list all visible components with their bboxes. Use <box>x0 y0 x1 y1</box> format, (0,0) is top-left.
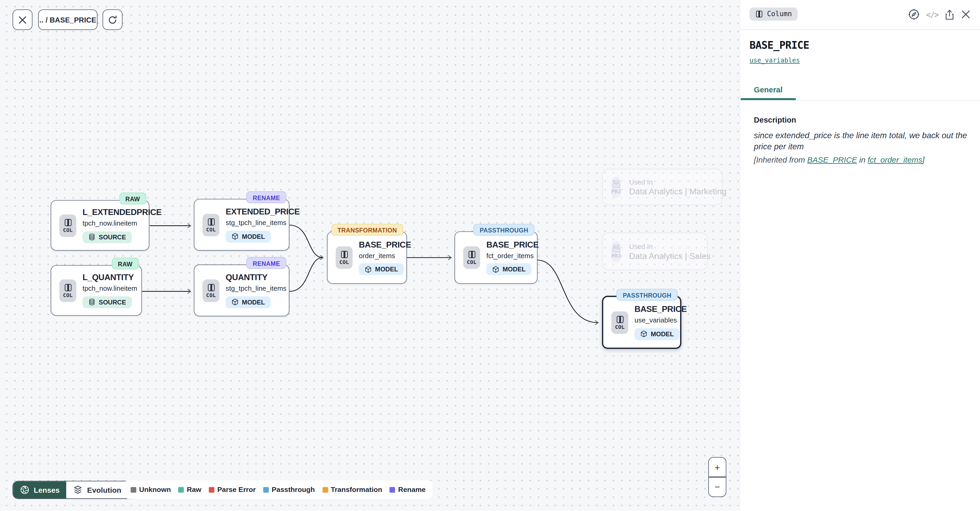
lens-badge: PASSTHROUGH <box>617 289 678 301</box>
node-title: L_EXTENDEDPRICE <box>83 208 162 217</box>
model-badge: MODEL <box>359 263 404 275</box>
project-icon <box>612 180 620 188</box>
node-subtitle: fct_order_items <box>486 252 534 259</box>
used-in-title: Data Analytics | Sales <box>629 251 711 260</box>
source-badge: SOURCE <box>83 296 132 308</box>
legend-swatch-rename <box>390 487 395 492</box>
app-window: .. / BASE_PRICE RAW COL L_EXTENDEDPRICE <box>0 0 980 511</box>
lens-badge: RAW <box>112 258 139 269</box>
column-icon <box>207 217 215 226</box>
legend-swatch-raw <box>178 487 184 492</box>
column-icon <box>755 10 764 18</box>
node-title: BASE_PRICE <box>635 305 687 314</box>
refresh-icon <box>108 14 118 25</box>
kind-badge: Column <box>749 7 797 21</box>
layers-icon <box>73 485 83 494</box>
used-in-title: Data Analytics | Marketing <box>629 187 726 196</box>
column-chip: COL <box>463 246 480 269</box>
lineage-canvas[interactable]: .. / BASE_PRICE RAW COL L_EXTENDEDPRICE <box>0 0 741 511</box>
database-icon <box>88 233 95 241</box>
node-subtitle: tpch_now.lineitem <box>83 285 137 292</box>
used-in-label: Used In <box>629 242 653 250</box>
detail-panel: Column </> BASE_PRICE use_variables Gene… <box>741 0 980 511</box>
legend-item: Parse Error <box>209 486 256 493</box>
database-icon <box>88 298 95 306</box>
column-chip: COL <box>59 279 76 302</box>
node-base-price-fct-order-items[interactable]: PASSTHROUGH COL BASE_PRICE fct_order_ite… <box>455 231 538 284</box>
panel-tabs: General <box>741 82 980 100</box>
panel-title: BASE_PRICE <box>749 40 809 51</box>
cube-icon <box>231 233 239 240</box>
close-lineage-button[interactable] <box>13 9 33 30</box>
breadcrumb-label: .. / BASE_PRICE <box>40 16 96 23</box>
node-title: EXTENDED_PRICE <box>226 207 300 216</box>
column-icon <box>616 315 624 324</box>
compass-icon[interactable] <box>908 8 920 21</box>
code-icon[interactable]: </> <box>926 10 938 19</box>
legend-swatch-passthrough <box>263 487 269 492</box>
zoom-in-button[interactable]: + <box>709 458 726 477</box>
model-badge: MODEL <box>226 296 270 308</box>
inherited-model-link[interactable]: fct_order_items <box>868 156 922 164</box>
node-subtitle: stg_tpch_line_items <box>226 285 286 292</box>
lenses-button[interactable]: Lenses <box>13 481 67 498</box>
column-chip: COL <box>336 246 353 269</box>
inherited-column-link[interactable]: BASE_PRICE <box>807 156 857 164</box>
legend-swatch-unknown <box>131 487 136 492</box>
lenses-button-label: Lenses <box>34 486 60 494</box>
node-subtitle: tpch_now.lineitem <box>83 220 137 227</box>
legend-swatch-parse-error <box>209 487 215 492</box>
legend-item: Raw <box>178 486 202 493</box>
legend-item: Transformation <box>323 486 382 493</box>
column-icon <box>467 250 476 259</box>
lens-badge: RENAME <box>247 257 286 269</box>
lenses-control-group: Lenses Evolution <box>13 481 139 499</box>
lens-badge: RAW <box>119 193 146 204</box>
node-title: BASE_PRICE <box>359 240 411 249</box>
node-subtitle: use_variables <box>635 317 677 324</box>
project-icon <box>612 244 620 253</box>
legend-item: Rename <box>390 486 426 493</box>
column-icon <box>64 283 72 292</box>
cube-icon <box>231 298 239 306</box>
model-badge: MODEL <box>226 231 270 242</box>
column-icon <box>340 250 348 259</box>
legend-swatch-transformation <box>323 487 328 492</box>
node-title: QUANTITY <box>226 273 267 282</box>
node-base-price-order-items[interactable]: TRANSFORMATION COL BASE_PRICE order_item… <box>327 231 407 284</box>
node-title: L_QUANTITY <box>83 273 134 282</box>
node-l-extendedprice[interactable]: RAW COL L_EXTENDEDPRICE tpch_now.lineite… <box>51 200 149 251</box>
model-link[interactable]: use_variables <box>749 56 800 64</box>
cube-icon <box>492 266 499 273</box>
legend-item: Passthrough <box>263 486 315 493</box>
description-text: since extended_price is the line item to… <box>754 130 967 152</box>
description-heading: Description <box>754 116 796 124</box>
node-title: BASE_PRICE <box>486 240 538 249</box>
lens-badge: RENAME <box>247 191 286 203</box>
column-chip: COL <box>611 311 628 334</box>
used-in-node-sales[interactable]: PRJ Used In Data Analytics | Sales <box>602 232 708 270</box>
zoom-controls: + − <box>708 457 726 497</box>
model-badge: MODEL <box>486 263 531 275</box>
node-base-price-use-variables[interactable]: PASSTHROUGH COL BASE_PRICE use_variables… <box>602 296 681 349</box>
column-chip: COL <box>59 214 76 237</box>
used-in-node-marketing[interactable]: PRJ Used In Data Analytics | Marketing <box>602 169 723 205</box>
refresh-button[interactable] <box>102 9 123 30</box>
lens-badge: TRANSFORMATION <box>331 224 403 236</box>
panel-header: Column </> <box>741 0 980 30</box>
node-quantity[interactable]: RENAME COL QUANTITY stg_tpch_line_items … <box>194 264 290 317</box>
node-l-quantity[interactable]: RAW COL L_QUANTITY tpch_now.lineitem SOU… <box>51 265 142 315</box>
used-in-label: Used In <box>629 178 653 185</box>
column-icon <box>64 218 72 227</box>
close-panel-icon[interactable] <box>961 9 971 19</box>
breadcrumb[interactable]: .. / BASE_PRICE <box>38 9 97 30</box>
share-icon[interactable] <box>944 8 955 21</box>
zoom-out-button[interactable]: − <box>709 478 726 497</box>
lens-legend: Unknown Raw Parse Error Passthrough Tran… <box>124 480 433 499</box>
tab-general[interactable]: General <box>741 82 795 100</box>
node-subtitle: order_items <box>359 252 395 259</box>
node-subtitle: stg_tpch_line_items <box>226 219 286 226</box>
node-extended-price[interactable]: RENAME COL EXTENDED_PRICE stg_tpch_line_… <box>194 199 290 251</box>
cube-icon <box>364 266 372 273</box>
cube-icon <box>640 330 648 337</box>
